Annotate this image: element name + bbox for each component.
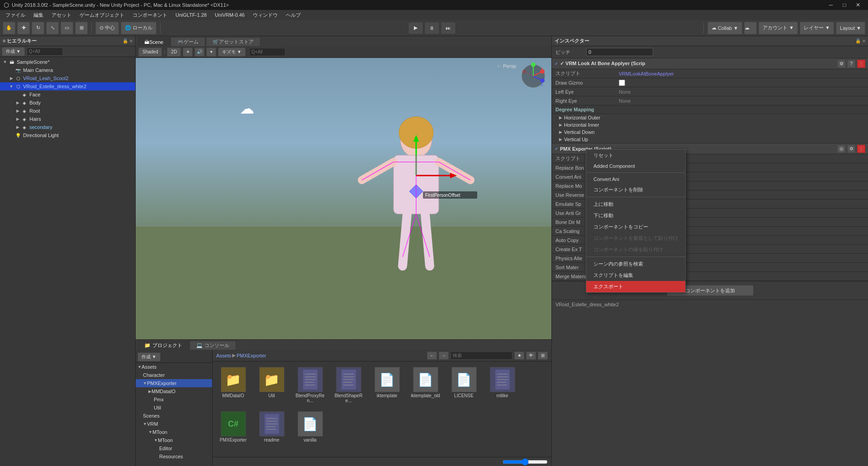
asset-tree-item-11[interactable]: Resources [136,452,212,461]
pmx-overflow-icon[interactable]: ⋮ [857,145,865,153]
hierarchy-item-3[interactable]: ▼⬡VRoid_Estelle_dress_white2 [0,82,135,90]
collab-button[interactable]: ☁ Collab ▼ [707,22,742,34]
hierarchy-item-7[interactable]: ▶◈Hairs [0,115,135,123]
asset-file-5[interactable]: 📄iktemplate_old [408,365,442,405]
asset-tree-item-2[interactable]: ▼ PMXExporter [136,379,212,387]
asset-tree-item-8[interactable]: ▼ MToon [136,428,212,436]
pivot-center-button[interactable]: ⊙ 中心 [95,22,119,34]
ctx-item-1[interactable]: Added Component [586,161,685,171]
inspector-menu-icon[interactable]: ≡ [863,38,865,43]
ctx-item-10[interactable]: スクリプトを編集 [586,270,685,281]
menu-item-UniVRM-0.46[interactable]: UniVRM-0.46 [211,11,248,19]
hierarchy-item-4[interactable]: ◈Face [0,90,135,99]
asset-file-3[interactable]: BlendShapeRe... [332,365,365,405]
ctx-item-5[interactable]: 下に移動 [586,210,685,221]
console-tab[interactable]: 💻 コンソール [190,341,236,350]
maximize-button[interactable]: □ [838,0,851,10]
account-button[interactable]: アカウント ▼ [759,22,798,34]
hierarchy-item-0[interactable]: ▼🏔SampleScene* [0,58,135,66]
asset-file-4[interactable]: 📄iktemplate [370,365,404,405]
scale-tool-button[interactable]: ⤡ [46,22,59,34]
ctx-item-3[interactable]: コンポーネントを削除 [586,184,685,195]
asset-tree-item-10[interactable]: Editor [136,444,212,452]
layers-button[interactable]: レイヤー ▼ [800,22,834,34]
hierarchy-item-9[interactable]: 💡Directional Light [0,131,135,139]
asset-tree-item-1[interactable]: Character [136,371,212,379]
draw-gizmo-checkbox[interactable] [619,80,625,86]
layout-button[interactable]: Layout ▼ [836,22,865,34]
scene-gizmo[interactable]: X Y Z [520,62,547,90]
menu-item-ファイル[interactable]: ファイル [2,11,29,19]
rect-tool-button[interactable]: ▭ [61,22,73,34]
scene-search-input[interactable] [249,48,285,56]
vrm-component-header[interactable]: ✓ ✓ VRM Look At Bone Applyer (Scrip ⚙ ? … [552,58,868,69]
breadcrumb-part-1[interactable]: PMXExporter [237,353,266,358]
scene-tab[interactable]: 🏔 Scene [138,37,170,46]
horizontal-outer-row[interactable]: ▶ Horizontal Outer [552,114,868,121]
asset-nav-forward[interactable]: → [439,352,449,360]
asset-nav-back[interactable]: ← [427,352,437,360]
scene-view[interactable]: ☁ [136,58,551,339]
asset-size-slider[interactable] [503,458,548,466]
asset-star-button[interactable]: ★ [514,352,524,360]
transform-tool-button[interactable]: ⊞ [75,22,88,34]
close-button[interactable]: ✕ [852,0,864,10]
scene-effects-btn[interactable]: ✦ [206,48,216,57]
vertical-down-row[interactable]: ▶ Vertical Down [552,128,868,136]
hierarchy-menu-icon[interactable]: ≡ [130,38,133,43]
asset-create-button[interactable]: 作成 ▼ [138,352,161,361]
project-tab[interactable]: 📁 プロジェクト [138,341,189,350]
hierarchy-search-input[interactable] [27,48,63,56]
vrm-help-icon[interactable]: ? [847,60,855,68]
cloud-button[interactable]: ☁ [744,22,757,34]
inspector-lock-icon[interactable]: 🔓 [855,38,861,43]
gizmo-dropdown[interactable]: ギズモ ▼ [218,48,246,57]
hierarchy-item-5[interactable]: ▶◈Body [0,99,135,107]
scene-audio-btn[interactable]: 🔊 [194,48,204,57]
ctx-item-0[interactable]: リセット [586,150,685,161]
pause-button[interactable]: ⏸ [424,22,440,34]
asset-eye-button[interactable]: 👁 [526,352,536,360]
asset-search-input[interactable] [451,352,512,360]
pmx-settings-icon[interactable]: ⚙ [847,145,855,153]
asset-tree-item-3[interactable]: ▶ MMDataIO [136,387,212,395]
menu-item-ヘルプ[interactable]: ヘルプ [282,11,304,19]
asset-tree-item-5[interactable]: Util [136,404,212,412]
hierarchy-item-1[interactable]: 📷Main Camera [0,66,135,74]
hierarchy-item-8[interactable]: ▶◈secondary [0,123,135,131]
vertical-up-row[interactable]: ▶ Vertical Up [552,136,868,143]
ctx-item-2[interactable]: Convert Ani [586,174,685,184]
scene-light-btn[interactable]: ☀ [183,48,193,57]
asset-tree-item-4[interactable]: Pmx [136,395,212,404]
menu-item-編集[interactable]: 編集 [30,11,47,19]
hierarchy-item-2[interactable]: ▶⬡VRoid_Leah_Scool2 [0,74,135,82]
asset-file-1[interactable]: 📁Util [255,365,289,405]
pitch-input[interactable] [586,48,653,56]
hand-tool-button[interactable]: ✋ [3,22,15,34]
hierarchy-create-button[interactable]: 作成 ▼ [2,47,25,56]
asset-tree-item-0[interactable]: ▼ Assets [136,363,212,371]
asset-file-6[interactable]: 📄LICENSE [447,365,481,405]
move-tool-button[interactable]: ✚ [17,22,30,34]
menu-item-ゲームオブジェクト[interactable]: ゲームオブジェクト [76,11,128,19]
step-button[interactable]: ⏭ [441,22,456,34]
asset-grid-button[interactable]: ⊞ [538,352,548,360]
horizontal-inner-row[interactable]: ▶ Horizontal Inner [552,121,868,128]
ctx-item-4[interactable]: 上に移動 [586,199,685,210]
pmx-prefab-icon[interactable]: ◎ [837,145,845,153]
asset-tree-item-9[interactable]: ▼ MToon [136,436,212,444]
ctx-item-9[interactable]: シーン内の参照を検索 [586,258,685,270]
menu-item-UniGLTF-1.28[interactable]: UniGLTF-1.28 [172,11,210,19]
asset-file-2[interactable]: BlendProxyRen... [293,365,327,405]
asset-file-0[interactable]: 📁MMDataIO [216,365,250,405]
menu-item-アセット[interactable]: アセット [48,11,75,19]
minimize-button[interactable]: ─ [825,0,837,10]
vrm-settings-icon[interactable]: ⚙ [837,60,845,68]
menu-item-コンポーネント[interactable]: コンポーネント [129,11,171,19]
asset-file-10[interactable]: 📄vanilla [293,409,327,444]
asset-store-tab[interactable]: 🛒 アセットストア [206,37,261,46]
hierarchy-item-6[interactable]: ▶◈Root [0,107,135,115]
rotate-tool-button[interactable]: ↻ [32,22,44,34]
menu-item-ウィンドウ[interactable]: ウィンドウ [249,11,281,19]
game-tab[interactable]: 🎮 ゲーム [171,37,205,46]
